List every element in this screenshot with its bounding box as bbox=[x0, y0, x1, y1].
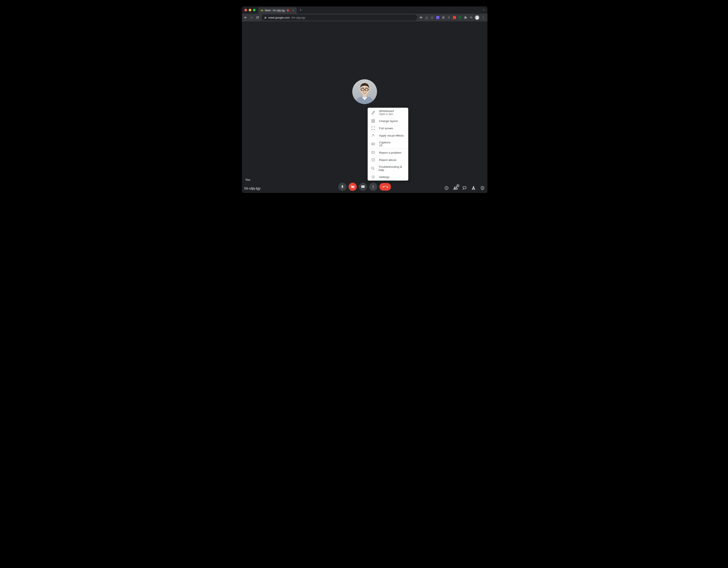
extension-icon-2[interactable] bbox=[442, 16, 445, 19]
menu-item-label: Change layout bbox=[379, 120, 398, 123]
svg-rect-26 bbox=[446, 188, 447, 189]
tabs-dropdown-icon[interactable] bbox=[482, 9, 485, 12]
captions-icon bbox=[371, 142, 375, 146]
menu-item-settings[interactable]: Settings bbox=[368, 173, 408, 181]
fullscreen-icon bbox=[371, 126, 375, 130]
svg-rect-27 bbox=[446, 187, 447, 188]
browser-tab[interactable]: Meet - hir-utjq-tgy bbox=[258, 7, 297, 14]
svg-line-20 bbox=[360, 89, 361, 89]
menu-item-fullscreen[interactable]: Full screen bbox=[368, 125, 408, 132]
back-button[interactable] bbox=[244, 16, 247, 19]
tab-title: Meet - hir-utjq-tgy bbox=[265, 9, 285, 12]
extension-icons bbox=[419, 15, 486, 20]
menu-item-label: Troubleshooting & help bbox=[379, 165, 405, 172]
microphone-button[interactable] bbox=[338, 183, 346, 191]
svg-point-8 bbox=[483, 17, 483, 18]
menu-item-sublabel: Off bbox=[379, 144, 391, 147]
close-window-button[interactable] bbox=[244, 9, 247, 11]
browser-window: Meet - hir-utjq-tgy + bbox=[242, 6, 487, 193]
menu-item-captions[interactable]: Captions Off bbox=[368, 139, 408, 149]
svg-point-22 bbox=[373, 185, 373, 186]
help-search-icon: ? bbox=[371, 167, 375, 170]
warning-circle-icon bbox=[371, 158, 375, 162]
svg-point-24 bbox=[373, 188, 373, 188]
hang-up-button[interactable] bbox=[379, 183, 391, 191]
svg-point-43 bbox=[373, 153, 373, 153]
participant-count-badge: 1 bbox=[456, 184, 460, 188]
svg-point-46 bbox=[373, 160, 373, 161]
participant-name-label: You bbox=[245, 178, 250, 182]
extension-icon-1[interactable] bbox=[436, 16, 439, 19]
svg-point-7 bbox=[483, 16, 483, 17]
tab-bar: Meet - hir-utjq-tgy + bbox=[242, 6, 487, 14]
feedback-icon bbox=[371, 151, 375, 155]
activities-icon[interactable] bbox=[471, 186, 476, 191]
share-icon[interactable] bbox=[425, 16, 428, 19]
present-screen-button[interactable] bbox=[359, 183, 367, 191]
svg-rect-35 bbox=[482, 188, 483, 189]
menu-item-label: Captions bbox=[379, 141, 391, 144]
participant-avatar bbox=[352, 79, 377, 104]
svg-line-48 bbox=[373, 169, 374, 170]
meeting-details-icon[interactable] bbox=[444, 186, 449, 191]
svg-rect-2 bbox=[443, 17, 444, 18]
gear-icon bbox=[371, 175, 375, 179]
svg-rect-0 bbox=[260, 10, 262, 11]
menu-item-label: Apply visual effects bbox=[379, 134, 404, 137]
right-panel-icons: 1 bbox=[444, 186, 485, 191]
extensions-puzzle-icon[interactable] bbox=[464, 16, 467, 19]
call-controls bbox=[338, 183, 391, 191]
svg-rect-41 bbox=[372, 143, 375, 145]
pencil-icon bbox=[371, 111, 375, 115]
reload-button[interactable] bbox=[256, 16, 259, 19]
camera-indicator-icon[interactable] bbox=[419, 16, 423, 19]
host-controls-icon[interactable] bbox=[480, 186, 485, 191]
menu-item-label: Settings bbox=[379, 176, 390, 179]
url-bar-row: meet.google.com/hir-utjq-tgy bbox=[242, 14, 487, 21]
browser-menu-icon[interactable] bbox=[481, 16, 485, 19]
svg-point-23 bbox=[373, 187, 373, 187]
lock-icon bbox=[264, 16, 267, 19]
menu-item-change-layout[interactable]: Change layout bbox=[368, 117, 408, 125]
url-field[interactable]: meet.google.com/hir-utjq-tgy bbox=[262, 15, 417, 21]
reading-list-icon[interactable] bbox=[469, 16, 473, 19]
close-tab-icon[interactable] bbox=[292, 9, 294, 12]
menu-item-label: Report a problem bbox=[379, 151, 401, 154]
svg-point-9 bbox=[483, 18, 483, 19]
url-path: /hir-utjq-tgy bbox=[291, 16, 305, 19]
maximize-window-button[interactable] bbox=[253, 9, 256, 11]
menu-item-whiteboard[interactable]: Whiteboard Open a Jam bbox=[368, 108, 408, 117]
sparkle-icon bbox=[371, 134, 375, 137]
extension-icon-4[interactable] bbox=[453, 16, 456, 19]
camera-off-button[interactable] bbox=[349, 183, 357, 191]
profile-avatar-icon[interactable] bbox=[475, 15, 479, 20]
recording-indicator-icon bbox=[287, 9, 289, 12]
menu-item-troubleshooting[interactable]: ? Troubleshooting & help bbox=[368, 164, 408, 173]
more-options-menu: Whiteboard Open a Jam Change layout Full… bbox=[368, 108, 408, 181]
menu-item-label: Report abuse bbox=[379, 158, 397, 162]
svg-line-21 bbox=[368, 89, 369, 89]
new-tab-button[interactable]: + bbox=[298, 8, 303, 12]
svg-rect-38 bbox=[373, 120, 374, 121]
menu-item-report-problem[interactable]: Report a problem bbox=[368, 149, 408, 156]
extension-icon-5[interactable] bbox=[458, 16, 462, 19]
chat-icon[interactable] bbox=[462, 186, 467, 191]
svg-point-28 bbox=[473, 187, 474, 187]
traffic-lights bbox=[244, 9, 256, 11]
participants-icon[interactable]: 1 bbox=[453, 186, 458, 191]
bookmark-star-icon[interactable] bbox=[431, 16, 434, 19]
menu-item-label: Whiteboard bbox=[379, 109, 394, 113]
minimize-window-button[interactable] bbox=[249, 9, 251, 11]
menu-item-visual-effects[interactable]: Apply visual effects bbox=[368, 132, 408, 139]
forward-button[interactable] bbox=[250, 16, 253, 19]
svg-text:?: ? bbox=[372, 168, 373, 169]
extension-icon-3[interactable] bbox=[447, 16, 451, 19]
meet-page: You hir-utjq-tgy bbox=[242, 21, 487, 193]
url-host: meet.google.com bbox=[268, 16, 290, 19]
menu-item-label: Full screen bbox=[379, 127, 393, 130]
more-options-button[interactable] bbox=[369, 183, 377, 191]
svg-point-4 bbox=[448, 17, 449, 18]
meet-favicon-icon bbox=[260, 9, 263, 12]
menu-item-report-abuse[interactable]: Report abuse bbox=[368, 156, 408, 164]
svg-rect-37 bbox=[372, 120, 373, 121]
